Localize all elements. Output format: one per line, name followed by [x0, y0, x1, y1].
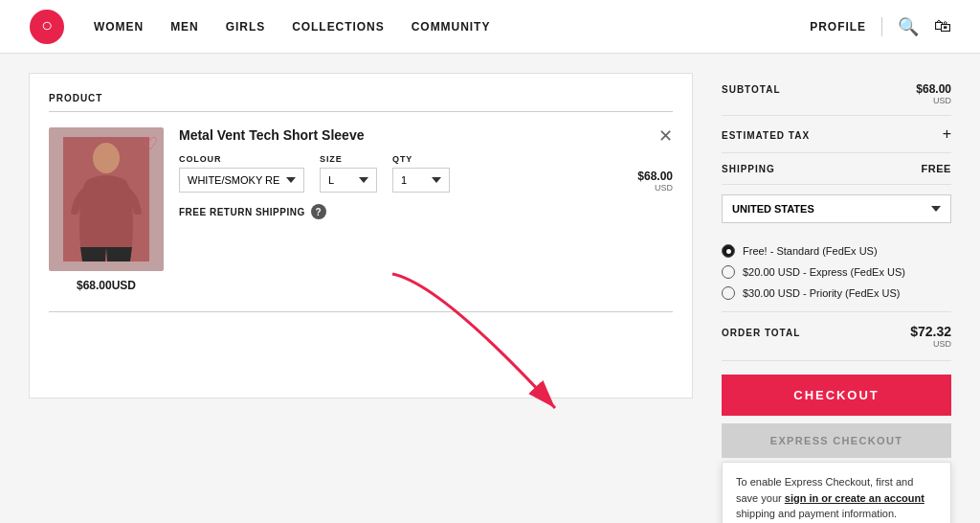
nav-item-collections[interactable]: COLLECTIONS	[292, 20, 385, 34]
checkout-button[interactable]: CHECKOUT	[722, 375, 951, 416]
colour-option: COLOUR WHITE/SMOKY RE	[179, 154, 304, 193]
colour-label: COLOUR	[179, 154, 304, 164]
product-price-below: $68.00USD	[49, 279, 164, 292]
product-line-price: $68.00 USD	[637, 170, 673, 193]
product-section: PRODUCT	[29, 73, 693, 398]
svg-text:○: ○	[41, 14, 53, 35]
qty-label: QTY	[392, 154, 450, 164]
search-icon[interactable]: 🔍	[898, 16, 919, 37]
order-total-value: $72.32 USD	[910, 324, 951, 349]
express-checkout-button[interactable]: EXPRESS CHECKOUT	[722, 423, 951, 458]
profile-link[interactable]: PROFILE	[810, 20, 866, 34]
size-label: SIZE	[320, 154, 377, 164]
qty-option: QTY 1	[392, 154, 450, 193]
product-row: $68.00USD ♡ Metal Vent Tech Short Sleeve…	[49, 127, 673, 312]
page-wrapper: PRODUCT	[0, 54, 980, 523]
nav-item-women[interactable]: WOMEN	[94, 20, 144, 34]
bag-icon[interactable]: 🛍	[934, 16, 951, 36]
subtotal-label: SUBTOTAL	[722, 84, 781, 95]
product-name: Metal Vent Tech Short Sleeve	[179, 127, 364, 143]
svg-point-4	[93, 143, 120, 173]
header-divider	[881, 17, 882, 36]
product-section-label: PRODUCT	[49, 93, 673, 112]
radio-express[interactable]	[722, 265, 735, 279]
free-return: FREE RETURN SHIPPING ?	[179, 204, 673, 219]
header: ○ WOMEN MEN GIRLS COLLECTIONS COMMUNITY …	[0, 0, 980, 54]
tooltip-signin-link[interactable]: sign in or create an account	[785, 492, 924, 504]
radio-priority[interactable]	[722, 286, 735, 300]
country-select[interactable]: UNITED STATES	[722, 194, 951, 223]
tax-label: ESTIMATED TAX	[722, 130, 810, 141]
qty-select[interactable]: 1	[392, 168, 450, 193]
shipping-option-standard-label: Free! - Standard (FedEx US)	[743, 245, 878, 257]
shipping-label: SHIPPING	[722, 164, 775, 174]
size-option: SIZE L	[320, 154, 377, 193]
shipping-row: SHIPPING FREE	[722, 153, 951, 185]
shipping-value: FREE	[921, 163, 951, 174]
header-right: PROFILE 🔍 🛍	[810, 16, 951, 37]
shipping-option-2[interactable]: $30.00 USD - Priority (FedEx US)	[722, 283, 951, 304]
colour-select[interactable]: WHITE/SMOKY RE	[179, 168, 304, 193]
subtotal-value: $68.00 USD	[916, 82, 951, 105]
tax-row: ESTIMATED TAX +	[722, 116, 951, 153]
close-button[interactable]: ✕	[658, 125, 673, 154]
nav-item-men[interactable]: MEN	[170, 20, 199, 34]
order-total-row: ORDER TOTAL $72.32 USD	[722, 312, 951, 361]
shipping-option-0[interactable]: Free! - Standard (FedEx US)	[722, 240, 951, 262]
tooltip-suffix-text: shipping and payment information.	[736, 508, 897, 519]
size-select[interactable]: L	[320, 168, 377, 193]
country-select-wrapper: UNITED STATES	[722, 194, 951, 223]
radio-standard[interactable]	[722, 244, 735, 258]
lululemon-logo[interactable]: ○	[29, 9, 65, 45]
free-return-info[interactable]: ?	[311, 204, 326, 219]
product-image-wrapper: $68.00USD ♡	[49, 127, 164, 292]
summary-section: SUBTOTAL $68.00 USD ESTIMATED TAX + SHIP…	[722, 73, 951, 523]
product-details: Metal Vent Tech Short Sleeve ✕ COLOUR WH…	[179, 127, 673, 219]
main-nav: WOMEN MEN GIRLS COLLECTIONS COMMUNITY	[94, 20, 810, 34]
order-total-label: ORDER TOTAL	[722, 328, 800, 338]
tax-plus[interactable]: +	[943, 125, 951, 143]
shipping-option-express-label: $20.00 USD - Express (FedEx US)	[743, 266, 905, 278]
shipping-options: Free! - Standard (FedEx US) $20.00 USD -…	[722, 233, 951, 312]
nav-item-community[interactable]: COMMUNITY	[412, 20, 491, 34]
shipping-option-priority-label: $30.00 USD - Priority (FedEx US)	[743, 287, 900, 299]
shipping-option-1[interactable]: $20.00 USD - Express (FedEx US)	[722, 262, 951, 283]
main-content: PRODUCT	[0, 54, 980, 523]
wishlist-icon[interactable]: ♡	[143, 133, 158, 154]
express-checkout-tooltip: To enable Express Checkout, first and sa…	[722, 462, 951, 523]
nav-item-girls[interactable]: GIRLS	[226, 20, 265, 34]
product-options: COLOUR WHITE/SMOKY RE SIZE L	[179, 154, 673, 193]
subtotal-row: SUBTOTAL $68.00 USD	[722, 73, 951, 116]
